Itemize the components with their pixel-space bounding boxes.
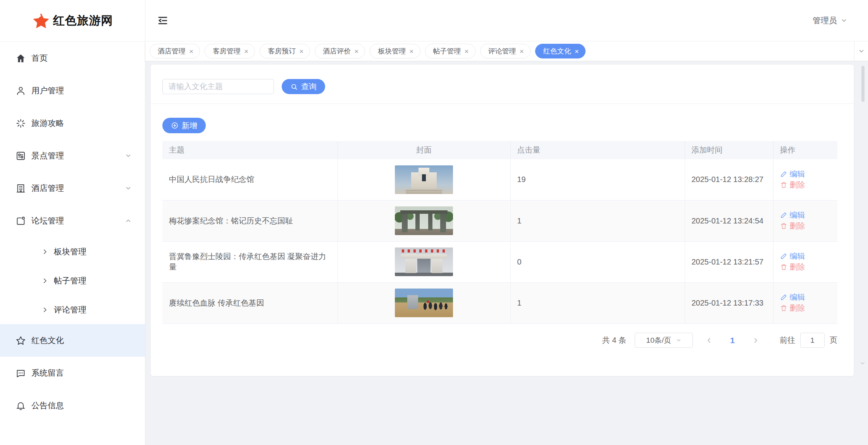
sidebar-menu: 首页 用户管理 旅游攻略 景点管理 [0,42,145,422]
topic-cell: 晋冀鲁豫烈士陵园：传承红色基因 凝聚奋进力量 [162,241,338,282]
cover-thumbnail [395,289,453,317]
table-row: 赓续红色血脉 传承红色基因 1 2025-01-12 13:17:33 编辑 删… [162,282,837,323]
chevron-right-icon [752,337,760,344]
goto-label: 前往 [780,335,795,345]
top-header: 管理员 [145,0,868,41]
close-icon[interactable]: × [299,48,303,55]
next-page-button[interactable] [752,337,760,344]
sidebar-item-travel-guide[interactable]: 旅游攻略 [0,107,145,139]
sidebar: 红色旅游网 首页 用户管理 旅游攻略 [0,0,145,445]
sidebar-item-post-mgmt[interactable]: 帖子管理 [0,266,145,295]
tab-board-mgmt[interactable]: 板块管理× [370,44,420,58]
total-count: 共 4 条 [602,335,626,345]
close-icon[interactable]: × [189,48,193,55]
chevron-left-icon [705,337,713,344]
cover-thumbnail [395,165,453,194]
delete-button[interactable]: 删除 [780,180,805,190]
admin-dropdown[interactable]: 管理员 [813,15,847,26]
time-cell: 2025-01-12 13:24:54 [685,200,773,241]
edit-button[interactable]: 编辑 [780,169,805,179]
sidebar-item-board-mgmt[interactable]: 板块管理 [0,237,145,266]
table-row: 中国人民抗日战争纪念馆 19 2025-01-12 13:28:27 编辑 删除 [162,159,837,200]
star-icon [16,335,26,346]
sidebar-item-home[interactable]: 首页 [0,42,145,74]
pagination: 共 4 条 10条/页 1 前往 [162,333,837,348]
search-input[interactable] [162,79,274,94]
pencil-icon [780,294,787,301]
tab-room-booking[interactable]: 客房预订× [260,44,310,58]
page-unit-label: 页 [830,335,837,345]
chevron-right-icon [41,277,48,284]
trash-icon [780,181,787,189]
collapse-sidebar-icon[interactable] [157,15,169,26]
tab-red-culture[interactable]: 红色文化× [535,44,586,58]
building-icon [16,183,26,194]
clicks-cell: 1 [510,282,685,323]
chat-bubble-icon [16,368,26,378]
close-icon[interactable]: × [575,48,579,55]
trash-icon [780,222,787,230]
clicks-cell: 1 [510,200,685,241]
page-number[interactable]: 1 [730,336,735,345]
sidebar-item-red-culture[interactable]: 红色文化 [0,324,145,357]
cover-thumbnail [395,206,453,235]
edit-button[interactable]: 编辑 [780,292,805,302]
tab-hotel-mgmt[interactable]: 酒店管理× [150,44,200,58]
content-area: 查询 新增 主题 封 [145,61,868,445]
chevron-down-icon [858,48,865,55]
delete-button[interactable]: 删除 [780,303,805,313]
sidebar-item-system-messages[interactable]: 系统留言 [0,357,145,389]
chevron-down-icon [125,152,132,159]
tab-comment-mgmt[interactable]: 评论管理× [480,44,530,58]
clicks-cell: 0 [510,241,685,282]
search-button[interactable]: 查询 [282,79,325,94]
tabs-overflow-button[interactable] [854,41,868,61]
tab-room-mgmt[interactable]: 客房管理× [205,44,255,58]
admin-name: 管理员 [813,15,837,26]
culture-table: 主题 封面 点击量 添加时间 操作 中国人民抗日战争纪念馆 1 [162,141,837,324]
sidebar-item-hotel-mgmt[interactable]: 酒店管理 [0,172,145,204]
sidebar-item-comment-mgmt[interactable]: 评论管理 [0,295,145,324]
topic-cell: 赓续红色血脉 传承红色基因 [162,282,338,323]
delete-button[interactable]: 删除 [780,262,805,272]
scrollbar-thumb[interactable] [861,66,865,102]
chevron-right-icon [41,306,48,313]
star-logo-icon [32,12,50,30]
sidebar-item-user-mgmt[interactable]: 用户管理 [0,74,145,107]
delete-button[interactable]: 删除 [780,221,805,231]
close-icon[interactable]: × [354,48,358,55]
close-icon[interactable]: × [244,48,248,55]
trash-icon [780,263,787,271]
chevron-down-icon [840,17,847,24]
search-toolbar: 查询 [151,65,854,94]
close-icon[interactable]: × [409,48,413,55]
sidebar-item-forum-mgmt[interactable]: 论坛管理 [0,204,145,237]
column-clicks: 点击量 [510,141,685,159]
search-icon [290,83,298,91]
close-icon[interactable]: × [520,48,524,55]
red-culture-panel: 查询 新增 主题 封 [151,65,854,376]
tab-hotel-review[interactable]: 酒店评价× [315,44,365,58]
tab-post-mgmt[interactable]: 帖子管理× [425,44,475,58]
scroll-down-icon[interactable] [859,360,866,366]
edit-button[interactable]: 编辑 [780,251,805,261]
prev-page-button[interactable] [705,337,713,344]
sidebar-item-announcements[interactable]: 公告信息 [0,389,145,422]
pencil-icon [780,253,787,260]
pencil-icon [780,211,787,219]
sidebar-item-scenic-mgmt[interactable]: 景点管理 [0,139,145,172]
time-cell: 2025-01-12 13:21:57 [685,241,773,282]
edit-button[interactable]: 编辑 [780,210,805,220]
goto-page-input[interactable] [800,333,825,348]
chevron-right-icon [41,248,48,255]
section-divider [151,103,854,104]
table-header-row: 主题 封面 点击量 添加时间 操作 [162,141,837,159]
bell-icon [16,400,26,411]
brand-name: 红色旅游网 [53,13,113,29]
circle-plus-icon [171,122,179,129]
home-icon [16,53,26,64]
page-size-select[interactable]: 10条/页 [635,333,693,348]
add-button[interactable]: 新增 [162,118,206,133]
close-icon[interactable]: × [465,48,469,55]
time-cell: 2025-01-12 13:28:27 [685,159,773,200]
